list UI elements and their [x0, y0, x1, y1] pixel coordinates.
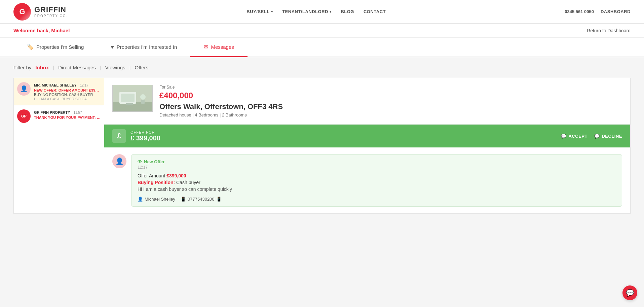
offer-banner: £ OFFER FOR £ 399,000 💬 ACCEPT 💬 DECLINE	[104, 125, 630, 147]
phone-number: 0345 561 0050	[565, 9, 594, 14]
svg-rect-3	[121, 94, 135, 102]
phone-icon-2: 📱	[216, 197, 222, 202]
message-time: 12:17	[80, 83, 88, 87]
bubble-row: 👤 👁 New Offer 12:17 Offer Amount £399,00…	[112, 154, 622, 207]
filter-direct-messages[interactable]: Direct Messages	[58, 65, 96, 70]
svg-point-5	[140, 94, 146, 100]
eye-icon: 👁	[138, 159, 142, 164]
accept-button[interactable]: 💬 ACCEPT	[561, 134, 588, 139]
contact-name: 👤 Michael Shelley	[138, 197, 175, 202]
nav-contact[interactable]: CONTACT	[364, 9, 386, 14]
decline-icon: 💬	[594, 134, 600, 139]
logo-icon: G	[13, 3, 31, 21]
list-item[interactable]: 👤 MR. MICHAEL SHELLEY 12:17 NEW OFFER: O…	[14, 78, 104, 105]
dashboard-button[interactable]: DASHBOARD	[601, 9, 631, 14]
tab-properties-interested[interactable]: ♥ Properties I'm Interested In	[97, 38, 190, 57]
nav-buysell[interactable]: BUY/SELL ▾	[247, 9, 273, 14]
bubble-offer-amount: Offer Amount £399,000	[138, 173, 616, 178]
property-price: £400,000	[159, 91, 283, 100]
message-content-preview: HI I AM A CASH BUYER SO CA...	[34, 97, 101, 101]
property-header: For Sale £400,000 Offers Walk, Offerstow…	[104, 78, 630, 125]
bubble-message-text: Hi I am a cash buyer so can complete qui…	[138, 186, 616, 192]
property-title: Offers Walk, Offerstown, OFF3 4RS	[159, 102, 283, 111]
offer-left: £ OFFER FOR £ 399,000	[112, 129, 160, 143]
tag-icon: 🏷️	[27, 44, 34, 50]
separator: |	[100, 65, 101, 70]
tab-properties-selling[interactable]: 🏷️ Properties I'm Selling	[13, 38, 97, 57]
envelope-icon: ✉	[204, 44, 208, 50]
message-bubble-area: 👤 👁 New Offer 12:17 Offer Amount £399,00…	[104, 147, 630, 213]
tabs-bar: 🏷️ Properties I'm Selling ♥ Properties I…	[0, 38, 644, 57]
filter-offers[interactable]: Offers	[135, 65, 149, 70]
offer-amount: £ 399,000	[130, 134, 160, 142]
offer-actions: 💬 ACCEPT 💬 DECLINE	[561, 134, 622, 139]
decline-button[interactable]: 💬 DECLINE	[594, 134, 622, 139]
svg-rect-6	[141, 100, 145, 104]
nav-blog[interactable]: BLOG	[341, 9, 354, 14]
chevron-down-icon: ▾	[271, 10, 273, 13]
nav-tenantlandlord[interactable]: TENANT/LANDLORD ▾	[282, 9, 331, 14]
property-specs: Detached house | 4 Bedrooms | 2 Bathroom…	[159, 112, 283, 117]
message-sender: GRIFFIN PROPERTY	[34, 110, 70, 114]
logo-sub: PROPERTY Co.	[34, 14, 68, 18]
pound-icon: £	[112, 129, 126, 143]
tab-messages[interactable]: ✉ Messages	[190, 38, 247, 57]
bubble-avatar: 👤	[112, 154, 126, 168]
message-preview-label: NEW OFFER: OFFER AMOUNT £399,000	[34, 88, 101, 92]
for-sale-label: For Sale	[159, 85, 283, 90]
property-info: For Sale £400,000 Offers Walk, Offerstow…	[159, 85, 283, 117]
welcome-text: Welcome back, Michael	[13, 28, 70, 33]
bubble-buying-position: Buying Position: Cash buyer	[138, 180, 616, 185]
heart-icon: ♥	[111, 44, 114, 50]
filter-inbox[interactable]: Inbox	[35, 65, 49, 70]
property-image-inner	[113, 85, 152, 111]
filter-bar: Filter by Inbox | Direct Messages | View…	[0, 57, 644, 78]
new-offer-badge: 👁 New Offer	[138, 159, 616, 164]
bubble-contact: 👤 Michael Shelley 📱 07775430200 📱	[138, 197, 616, 202]
chevron-down-icon: ▾	[330, 10, 332, 13]
message-preview-sub: BUYING POSITION: CASH BUYER	[34, 93, 101, 97]
property-detail: For Sale £400,000 Offers Walk, Offerstow…	[104, 78, 631, 214]
avatar: GP	[17, 109, 31, 123]
property-image	[112, 85, 153, 112]
separator: |	[129, 65, 131, 70]
list-item[interactable]: GP GRIFFIN PROPERTY 11:57 THANK YOU FOR …	[14, 105, 104, 127]
svg-rect-4	[126, 103, 133, 105]
message-time: 11:57	[73, 111, 82, 114]
message-body: GRIFFIN PROPERTY 11:57 THANK YOU FOR YOU…	[34, 109, 101, 120]
filter-label: Filter by	[13, 65, 31, 70]
person-icon: 👤	[138, 197, 143, 202]
separator: |	[53, 65, 54, 70]
welcome-bar: Welcome back, Michael Return to Dashboar…	[0, 24, 644, 38]
logo-text-block: GRIFFIN PROPERTY Co.	[34, 5, 68, 18]
logo-area: G GRIFFIN PROPERTY Co.	[13, 3, 68, 21]
main-content: 👤 MR. MICHAEL SHELLEY 12:17 NEW OFFER: O…	[0, 78, 644, 227]
offer-details: OFFER FOR £ 399,000	[130, 130, 160, 142]
offer-for-label: OFFER FOR	[130, 130, 160, 134]
main-nav: BUY/SELL ▾ TENANT/LANDLORD ▾ BLOG CONTAC…	[247, 9, 386, 14]
contact-phone: 📱 07775430200 📱	[181, 197, 222, 202]
return-to-dashboard-link[interactable]: Return to Dashboard	[587, 28, 631, 33]
message-list[interactable]: 👤 MR. MICHAEL SHELLEY 12:17 NEW OFFER: O…	[13, 78, 104, 214]
header: G GRIFFIN PROPERTY Co. BUY/SELL ▾ TENANT…	[0, 0, 644, 24]
header-right: 0345 561 0050 DASHBOARD	[565, 9, 631, 14]
phone-icon: 📱	[181, 197, 186, 202]
bubble-content: 👁 New Offer 12:17 Offer Amount £399,000 …	[131, 154, 622, 207]
filter-viewings[interactable]: Viewings	[105, 65, 125, 70]
message-sender: MR. MICHAEL SHELLEY	[34, 83, 77, 87]
avatar: 👤	[17, 82, 31, 96]
message-body: MR. MICHAEL SHELLEY 12:17 NEW OFFER: OFF…	[34, 82, 101, 101]
message-preview-label: THANK YOU FOR YOUR PAYMENT: THANK YOU FO	[34, 115, 101, 120]
bubble-time: 12:17	[138, 165, 616, 170]
logo-name: GRIFFIN	[34, 5, 68, 14]
accept-icon: 💬	[561, 134, 567, 139]
